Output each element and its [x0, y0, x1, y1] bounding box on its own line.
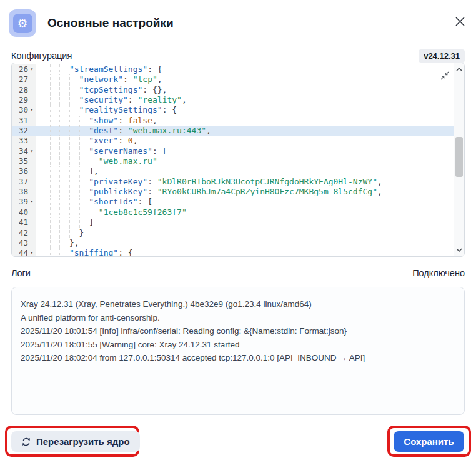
- code-text: "web.max.ru": [36, 156, 157, 166]
- close-icon[interactable]: [454, 15, 466, 28]
- gutter-cell: 32: [12, 126, 36, 136]
- code-line-28[interactable]: 28"tcpSettings": {},: [12, 85, 454, 95]
- settings-app-icon: ⚙: [9, 9, 36, 37]
- fold-arrow-icon[interactable]: ▾: [28, 248, 36, 256]
- gutter-cell: 27: [12, 74, 36, 84]
- connection-status: Подключено: [412, 268, 465, 278]
- token: }: [79, 228, 84, 238]
- code-text: "xver": 0,: [36, 136, 137, 146]
- token: },: [69, 238, 79, 248]
- code-line-35[interactable]: 35"web.max.ru": [12, 156, 454, 166]
- indent-guide: [40, 116, 50, 126]
- token: "privateKey": [89, 177, 147, 186]
- collapse-editor-icon[interactable]: [440, 71, 449, 80]
- fold-arrow-icon[interactable]: ▾: [28, 105, 36, 115]
- line-number: 38: [12, 187, 28, 197]
- code-text: "dest": "web.max.ru:443",: [36, 126, 211, 136]
- code-line-37[interactable]: 37"privateKey": "kDlR0rBIboRJkN3UcotpCJR…: [12, 177, 454, 187]
- scroll-up-icon[interactable]: [454, 64, 464, 74]
- log-line: 2025/11/20 18:01:54 [Info] infra/conf/se…: [21, 324, 455, 338]
- indent-guide: [50, 64, 60, 74]
- indent-guide: [59, 126, 69, 136]
- gutter-cell: 41: [12, 218, 36, 228]
- code-line-30[interactable]: 30▾"realitySettings": {: [12, 105, 454, 115]
- config-code-editor[interactable]: 26▾"streamSettings": {27"network": "tcp"…: [11, 62, 465, 257]
- indent-guide: [89, 156, 99, 166]
- config-section-header: Конфигурация v24.12.31: [11, 49, 465, 62]
- indent-guide: [50, 166, 60, 176]
- code-line-41[interactable]: 41]: [12, 218, 454, 228]
- token: ,: [152, 116, 157, 125]
- indent-guide: [40, 166, 50, 176]
- token: "tcpSettings": [79, 85, 143, 94]
- indent-guide: [59, 64, 69, 74]
- gutter-cell: 38: [12, 187, 36, 197]
- fold-arrow-icon[interactable]: ▾: [28, 64, 36, 74]
- indent-guide: [59, 156, 69, 166]
- editor-scrollbar[interactable]: [454, 63, 464, 256]
- indent-guide: [69, 95, 79, 105]
- indent-guide: [50, 177, 60, 187]
- scroll-down-icon[interactable]: [454, 245, 464, 255]
- gutter-cell: 40: [12, 208, 36, 218]
- indent-guide: [40, 126, 50, 136]
- token: "network": [79, 74, 123, 84]
- code-line-44[interactable]: 44▾"sniffing": {: [12, 248, 454, 256]
- code-line-42[interactable]: 42}: [12, 228, 454, 238]
- logs-section-header: Логи Подключено: [11, 267, 465, 279]
- token: :: [128, 95, 138, 104]
- token: "web.max.ru:443": [128, 126, 206, 135]
- indent-guide: [50, 136, 60, 146]
- fold-arrow-icon[interactable]: ▾: [28, 146, 36, 156]
- reload-core-button[interactable]: Перезагрузить ядро: [11, 431, 140, 452]
- gutter-cell: 43: [12, 238, 36, 248]
- indent-guide: [69, 197, 79, 207]
- code-text: "sniffing": {: [36, 248, 133, 256]
- code-line-31[interactable]: 31"show": false,: [12, 116, 454, 126]
- scrollbar-thumb[interactable]: [455, 137, 463, 177]
- code-line-34[interactable]: 34▾"serverNames": [: [12, 146, 454, 156]
- token: "show": [89, 116, 118, 125]
- indent-guide: [79, 218, 89, 228]
- token: "sniffing": [69, 248, 118, 256]
- code-line-40[interactable]: 40"1ceb8c1c59f263f7": [12, 208, 454, 218]
- code-line-36[interactable]: 36],: [12, 166, 454, 176]
- indent-guide: [69, 105, 79, 115]
- modal-title: Основные настройки: [47, 16, 174, 30]
- token: : [: [152, 146, 167, 156]
- gutter-cell: 44▾: [12, 248, 36, 256]
- token: "RYo0kCURhJm7a4CpRZyinH8OFzc7MKBg5m-8l5c…: [157, 187, 377, 196]
- code-line-33[interactable]: 33"xver": 0,: [12, 136, 454, 146]
- indent-guide: [59, 136, 69, 146]
- indent-guide: [59, 166, 69, 176]
- token: "web.max.ru": [99, 156, 157, 166]
- indent-guide: [40, 218, 50, 228]
- fold-arrow-icon[interactable]: ▾: [28, 197, 36, 207]
- code-line-26[interactable]: 26▾"streamSettings": {: [12, 64, 454, 74]
- config-label: Конфигурация: [11, 51, 72, 61]
- indent-guide: [59, 95, 69, 105]
- gutter-cell: 33: [12, 136, 36, 146]
- indent-guide: [40, 64, 50, 74]
- token: : {: [162, 105, 177, 114]
- token: : [: [137, 197, 152, 206]
- line-number: 34: [12, 146, 28, 156]
- code-line-29[interactable]: 29"security": "reality",: [12, 95, 454, 105]
- code-line-39[interactable]: 39▾"shortIds": [: [12, 197, 454, 207]
- save-button[interactable]: Сохранить: [394, 431, 464, 452]
- gutter-cell: 35: [12, 156, 36, 166]
- code-line-32[interactable]: 32"dest": "web.max.ru:443",: [12, 126, 454, 136]
- log-output-panel: Xray 24.12.31 (Xray, Penetrates Everythi…: [11, 287, 465, 415]
- indent-guide: [50, 238, 60, 248]
- indent-guide: [79, 187, 89, 197]
- indent-guide: [69, 126, 79, 136]
- line-number: 33: [12, 136, 28, 146]
- indent-guide: [69, 136, 79, 146]
- indent-guide: [59, 74, 69, 84]
- code-line-38[interactable]: 38"publickKey": "RYo0kCURhJm7a4CpRZyinH8…: [12, 187, 454, 197]
- code-line-27[interactable]: 27"network": "tcp",: [12, 74, 454, 84]
- token: :: [123, 74, 133, 84]
- code-line-43[interactable]: 43},: [12, 238, 454, 248]
- indent-guide: [40, 95, 50, 105]
- indent-guide: [69, 116, 79, 126]
